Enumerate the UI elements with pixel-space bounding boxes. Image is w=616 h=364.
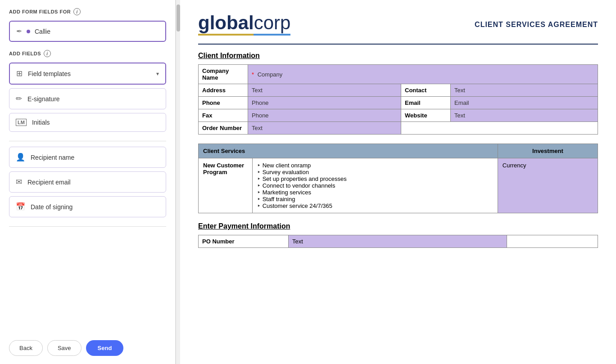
new-customer-label: New Customer Program bbox=[203, 162, 244, 175]
table-row: Address Text Contact Text bbox=[199, 84, 598, 97]
contact-field[interactable]: Text bbox=[451, 84, 598, 97]
phone-field[interactable]: Phone bbox=[248, 97, 401, 109]
investment-header: Investment bbox=[498, 144, 598, 158]
doc-title: CLIENT SERVICES AGREEMENT bbox=[475, 21, 598, 29]
address-label: Address bbox=[199, 84, 248, 97]
scrollbar-track[interactable] bbox=[176, 0, 180, 364]
po-number-field[interactable]: Text bbox=[289, 235, 507, 248]
contact-label: Contact bbox=[401, 84, 451, 97]
esignature-icon: ✏ bbox=[16, 94, 22, 103]
section-divider-1 bbox=[9, 141, 166, 141]
e-signature-button[interactable]: ✏ E-signature bbox=[9, 88, 166, 109]
pen-icon: ✒ bbox=[16, 27, 22, 36]
email-icon: ✉ bbox=[16, 177, 22, 187]
list-item: New client onramp bbox=[257, 162, 493, 169]
table-row: Phone Phone Email Email bbox=[199, 97, 598, 109]
logo-underline bbox=[198, 34, 290, 36]
back-button[interactable]: Back bbox=[9, 340, 43, 356]
empty-cell bbox=[401, 122, 598, 135]
doc-divider bbox=[198, 44, 598, 45]
doc-title-area: CLIENT SERVICES AGREEMENT bbox=[299, 21, 598, 29]
section-divider-2 bbox=[9, 226, 166, 227]
date-of-signing-label: Date of signing bbox=[31, 203, 159, 211]
scrollbar-thumb[interactable] bbox=[177, 4, 180, 31]
initials-button[interactable]: LM Initials bbox=[9, 113, 166, 132]
table-row: PO Number Text bbox=[199, 235, 598, 248]
table-row: Company Name * Company bbox=[199, 65, 598, 84]
recipient-selector[interactable]: ✒ Callie bbox=[9, 21, 166, 42]
phone-label: Phone bbox=[199, 97, 248, 109]
list-item: Set up properties and processes bbox=[257, 175, 493, 182]
save-button[interactable]: Save bbox=[47, 340, 82, 356]
main-content: globalcorp CLIENT SERVICES AGREEMENT Cli… bbox=[180, 0, 616, 364]
template-icon: ⊞ bbox=[16, 69, 23, 78]
order-number-field[interactable]: Text bbox=[248, 122, 401, 135]
table-row: Fax Phone Website Text bbox=[199, 109, 598, 122]
recipient-name-label: Recipient name bbox=[31, 154, 159, 161]
calendar-icon: 📅 bbox=[16, 202, 25, 211]
website-label: Website bbox=[401, 109, 451, 122]
chevron-down-icon: ▾ bbox=[156, 71, 159, 77]
fax-label: Fax bbox=[199, 109, 248, 122]
list-item: Survey evaluation bbox=[257, 169, 493, 175]
bullet-list: New client onramp Survey evaluation Set … bbox=[257, 162, 493, 209]
list-item: Connect to vendor channels bbox=[257, 182, 493, 189]
table-row: Client Services Investment bbox=[199, 144, 598, 158]
field-templates-label: Field templates bbox=[28, 70, 151, 77]
currency-field[interactable]: Currency bbox=[498, 158, 598, 213]
list-item: Marketing services bbox=[257, 189, 493, 196]
add-fields-text: ADD FIELDS bbox=[9, 51, 41, 56]
date-of-signing-button[interactable]: 📅 Date of signing bbox=[9, 196, 166, 217]
list-item: Customer service 24/7/365 bbox=[257, 202, 493, 209]
field-templates-button[interactable]: ⊞ Field templates ▾ bbox=[9, 63, 166, 85]
recipient-email-label: Recipient email bbox=[27, 179, 159, 186]
company-name-field[interactable]: * Company bbox=[248, 65, 598, 84]
po-empty-cell bbox=[507, 235, 598, 248]
add-form-label: ADD FORM FIELDS FOR i bbox=[9, 8, 166, 15]
client-services-table: Client Services Investment New Customer … bbox=[198, 144, 598, 213]
address-field[interactable]: Text bbox=[248, 84, 401, 97]
add-fields-label: ADD FIELDS i bbox=[9, 50, 166, 57]
logo-corp: corp bbox=[254, 12, 291, 33]
logo: globalcorp bbox=[198, 13, 290, 36]
table-row: New Customer Program New client onramp S… bbox=[199, 158, 598, 213]
person-icon: 👤 bbox=[16, 153, 25, 162]
add-fields-info-icon[interactable]: i bbox=[44, 50, 51, 57]
table-row: Order Number Text bbox=[199, 122, 598, 135]
po-number-label: PO Number bbox=[199, 235, 289, 248]
fax-field[interactable]: Phone bbox=[248, 109, 401, 122]
initials-icon: LM bbox=[16, 119, 27, 126]
payment-section: Enter Payment Information PO Number Text bbox=[198, 222, 598, 248]
bottom-buttons: Back Save Send bbox=[9, 332, 166, 356]
payment-heading: Enter Payment Information bbox=[198, 222, 598, 230]
website-field[interactable]: Text bbox=[451, 109, 598, 122]
logo-global: global bbox=[198, 12, 254, 33]
company-field-value: Company bbox=[258, 71, 283, 78]
client-info-heading: Client Information bbox=[198, 52, 598, 60]
required-star: * bbox=[252, 71, 254, 78]
add-form-info-icon[interactable]: i bbox=[73, 8, 81, 15]
recipient-email-button[interactable]: ✉ Recipient email bbox=[9, 171, 166, 193]
recipient-name-button[interactable]: 👤 Recipient name bbox=[9, 147, 166, 168]
recipient-dot bbox=[27, 30, 30, 33]
currency-value: Currency bbox=[503, 162, 526, 169]
initials-label: Initials bbox=[32, 119, 159, 126]
bullet-list-cell: New client onramp Survey evaluation Set … bbox=[253, 158, 498, 213]
e-signature-label: E-signature bbox=[27, 95, 159, 103]
po-number-value: Text bbox=[292, 238, 303, 245]
company-name-label: Company Name bbox=[199, 65, 248, 84]
program-label: New Customer Program bbox=[199, 158, 253, 213]
recipient-name: Callie bbox=[35, 28, 50, 35]
logo-text: globalcorp bbox=[198, 13, 290, 32]
client-services-header: Client Services bbox=[199, 144, 498, 158]
payment-table: PO Number Text bbox=[198, 235, 598, 248]
add-form-fields-text: ADD FORM FIELDS FOR bbox=[9, 9, 71, 14]
doc-header: globalcorp CLIENT SERVICES AGREEMENT bbox=[198, 13, 598, 36]
order-number-label: Order Number bbox=[199, 122, 248, 135]
po-number-label-text: PO Number bbox=[202, 238, 235, 245]
sidebar: ADD FORM FIELDS FOR i ✒ Callie ADD FIELD… bbox=[0, 0, 176, 364]
investment-header-text: Investment bbox=[532, 148, 563, 154]
email-field[interactable]: Email bbox=[451, 97, 598, 109]
services-header-text: Client Services bbox=[203, 148, 245, 154]
send-button[interactable]: Send bbox=[86, 340, 124, 356]
